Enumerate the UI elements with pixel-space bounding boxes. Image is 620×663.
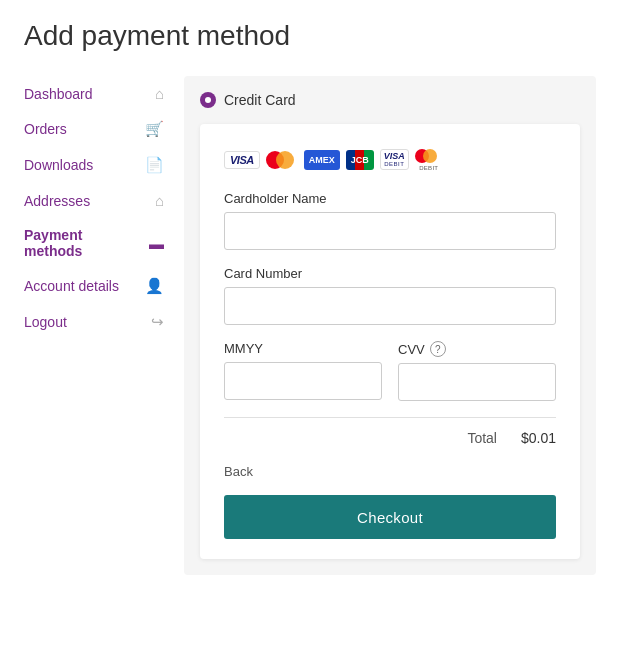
- sidebar-item-orders[interactable]: Orders 🛒: [24, 111, 164, 147]
- main-panel: Credit Card VISA AMEX JCB VISA DEBIT: [184, 76, 596, 575]
- cvv-group: CVV ?: [398, 341, 556, 401]
- cardholder-name-label: Cardholder Name: [224, 191, 556, 206]
- total-row: Total $0.01: [224, 430, 556, 446]
- dashboard-icon: ⌂: [155, 85, 164, 102]
- mastercard-logo: [266, 150, 298, 170]
- page-title: Add payment method: [24, 20, 596, 52]
- credit-card-radio[interactable]: [200, 92, 216, 108]
- card-number-input[interactable]: [224, 287, 556, 325]
- sidebar-item-account-details[interactable]: Account details 👤: [24, 268, 164, 304]
- downloads-icon: 📄: [145, 156, 164, 174]
- cvv-input[interactable]: [398, 363, 556, 401]
- sidebar-item-addresses[interactable]: Addresses ⌂: [24, 183, 164, 218]
- jcb-logo: JCB: [346, 150, 374, 170]
- mc-debit-logo: DEBIT: [415, 148, 443, 171]
- sidebar-item-downloads[interactable]: Downloads 📄: [24, 147, 164, 183]
- back-link[interactable]: Back: [224, 462, 556, 495]
- visa-debit-logo: VISA DEBIT: [380, 149, 409, 170]
- mmyy-input[interactable]: [224, 362, 382, 400]
- mmyy-cvv-row: MMYY CVV ?: [224, 341, 556, 401]
- form-divider: [224, 417, 556, 418]
- payment-methods-icon: ▬: [149, 235, 164, 252]
- card-form: VISA AMEX JCB VISA DEBIT: [200, 124, 580, 559]
- cvv-label-row: CVV ?: [398, 341, 556, 357]
- sidebar-item-dashboard[interactable]: Dashboard ⌂: [24, 76, 164, 111]
- amex-logo: AMEX: [304, 150, 340, 170]
- mmyy-group: MMYY: [224, 341, 382, 401]
- sidebar-item-payment-methods[interactable]: Payment methods ▬: [24, 218, 164, 268]
- sidebar-item-logout[interactable]: Logout ↪: [24, 304, 164, 340]
- sidebar: Dashboard ⌂ Orders 🛒 Downloads 📄 Address…: [24, 76, 164, 575]
- logout-icon: ↪: [151, 313, 164, 331]
- cvv-help-icon[interactable]: ?: [430, 341, 446, 357]
- cardholder-name-input[interactable]: [224, 212, 556, 250]
- visa-logo: VISA: [224, 151, 260, 169]
- mmyy-label: MMYY: [224, 341, 382, 356]
- cvv-label: CVV: [398, 342, 425, 357]
- payment-method-tab[interactable]: Credit Card: [200, 92, 580, 108]
- account-details-icon: 👤: [145, 277, 164, 295]
- cardholder-name-group: Cardholder Name: [224, 191, 556, 250]
- card-number-group: Card Number: [224, 266, 556, 325]
- card-logos: VISA AMEX JCB VISA DEBIT: [224, 148, 556, 171]
- addresses-icon: ⌂: [155, 192, 164, 209]
- card-number-label: Card Number: [224, 266, 556, 281]
- orders-icon: 🛒: [145, 120, 164, 138]
- total-amount: $0.01: [521, 430, 556, 446]
- checkout-button[interactable]: Checkout: [224, 495, 556, 539]
- total-label: Total: [467, 430, 497, 446]
